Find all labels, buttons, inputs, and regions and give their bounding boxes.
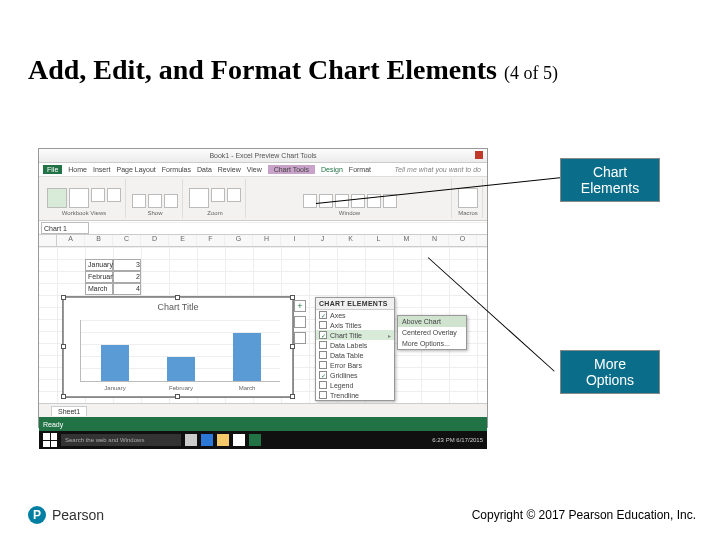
checkbox-icon[interactable] [319,391,327,399]
tab-file[interactable]: File [43,165,62,174]
source-data-range[interactable]: January 3 February 2 March 4 [85,259,141,295]
excel-taskbar-icon[interactable] [249,434,261,446]
chart-title[interactable]: Chart Title [64,302,292,312]
chart-elements-option[interactable]: Error Bars [316,360,394,370]
col-header[interactable]: J [309,235,337,246]
chart-styles-button[interactable] [294,316,306,328]
callout-more-options: More Options [560,350,660,394]
excel-screenshot: Book1 - Excel Preview Chart Tools File H… [38,148,488,428]
cell[interactable]: February [85,271,113,283]
custom-views-icon[interactable] [107,188,121,202]
tab-page-layout[interactable]: Page Layout [116,166,155,173]
embedded-chart[interactable]: Chart Title January February March + [63,297,293,397]
chart-elements-option[interactable]: Data Labels [316,340,394,350]
chart-elements-button[interactable]: + [294,300,306,312]
sheet-tab[interactable]: Sheet1 [51,406,87,416]
cell[interactable]: 2 [113,271,141,283]
chart-elements-option[interactable]: Axis Titles [316,320,394,330]
tab-design[interactable]: Design [321,166,343,173]
gridlines-icon[interactable] [148,194,162,208]
checkbox-icon[interactable] [319,361,327,369]
resize-handle[interactable] [175,394,180,399]
chart-title-submenu-option[interactable]: Above Chart [398,316,466,327]
checkbox-icon[interactable]: ✓ [319,311,327,319]
task-view-icon[interactable] [185,434,197,446]
tab-review[interactable]: Review [218,166,241,173]
name-box[interactable]: Chart 1 [41,222,89,234]
col-header[interactable]: C [113,235,141,246]
taskbar-search[interactable]: Search the web and Windows [61,434,181,446]
start-button[interactable] [43,433,57,447]
new-window-icon[interactable] [303,194,317,208]
checkbox-icon[interactable] [319,341,327,349]
tab-insert[interactable]: Insert [93,166,111,173]
chart-bar[interactable] [233,333,261,381]
resize-handle[interactable] [290,394,295,399]
checkbox-icon[interactable] [319,321,327,329]
tab-data[interactable]: Data [197,166,212,173]
chart-elements-option[interactable]: ✓Gridlines [316,370,394,380]
col-header[interactable]: L [365,235,393,246]
ruler-icon[interactable] [132,194,146,208]
window-close-button[interactable] [475,151,483,159]
zoom-icon[interactable] [189,188,209,208]
worksheet-area[interactable]: January 3 February 2 March 4 Chart Title [39,247,487,403]
formula-bar[interactable] [91,222,487,234]
tab-home[interactable]: Home [68,166,87,173]
select-all-corner[interactable] [39,235,57,246]
col-header[interactable]: K [337,235,365,246]
normal-view-icon[interactable] [47,188,67,208]
taskbar-clock[interactable]: 6:23 PM 6/17/2015 [432,437,483,443]
chart-elements-option[interactable]: Legend [316,380,394,390]
col-header[interactable]: O [449,235,477,246]
tab-view[interactable]: View [247,166,262,173]
checkbox-icon[interactable] [319,351,327,359]
chart-elements-option[interactable]: Data Table [316,350,394,360]
chart-bar[interactable] [167,357,195,381]
col-header[interactable]: D [141,235,169,246]
resize-handle[interactable] [61,295,66,300]
col-header[interactable]: H [253,235,281,246]
cell[interactable]: 3 [113,259,141,271]
col-header[interactable]: G [225,235,253,246]
page-break-preview-icon[interactable] [69,188,89,208]
resize-handle[interactable] [175,295,180,300]
chart-filters-button[interactable] [294,332,306,344]
chart-elements-option[interactable]: ✓Axes [316,310,394,320]
col-header[interactable]: A [57,235,85,246]
split-icon[interactable] [351,194,365,208]
col-header[interactable]: B [85,235,113,246]
checkbox-icon[interactable]: ✓ [319,331,327,339]
tab-format[interactable]: Format [349,166,371,173]
resize-handle[interactable] [61,344,66,349]
page-layout-icon[interactable] [91,188,105,202]
col-header[interactable]: M [393,235,421,246]
chart-elements-option[interactable]: Trendline [316,390,394,400]
resize-handle[interactable] [61,394,66,399]
checkbox-icon[interactable] [319,381,327,389]
chart-bar[interactable] [101,345,129,381]
col-header[interactable]: F [197,235,225,246]
zoom-100-icon[interactable] [211,188,225,202]
ribbon-group-views: Workbook Views [43,179,126,218]
chart-title-submenu-option[interactable]: More Options... [398,338,466,349]
headings-icon[interactable] [164,194,178,208]
cell[interactable]: January [85,259,113,271]
store-icon[interactable] [233,434,245,446]
tab-formulas[interactable]: Formulas [162,166,191,173]
cell[interactable]: March [85,283,113,295]
col-header[interactable]: I [281,235,309,246]
col-header[interactable]: E [169,235,197,246]
file-explorer-icon[interactable] [217,434,229,446]
macros-icon[interactable] [458,188,478,208]
edge-icon[interactable] [201,434,213,446]
chart-elements-option[interactable]: ✓Chart Title▸ [316,330,394,340]
zoom-selection-icon[interactable] [227,188,241,202]
chart-plot-area[interactable]: January February March [80,320,280,382]
cell[interactable]: 4 [113,283,141,295]
tell-me-input[interactable]: Tell me what you want to do [394,166,481,173]
checkbox-icon[interactable]: ✓ [319,371,327,379]
col-header[interactable]: N [421,235,449,246]
chart-title-submenu-option[interactable]: Centered Overlay [398,327,466,338]
resize-handle[interactable] [290,344,295,349]
